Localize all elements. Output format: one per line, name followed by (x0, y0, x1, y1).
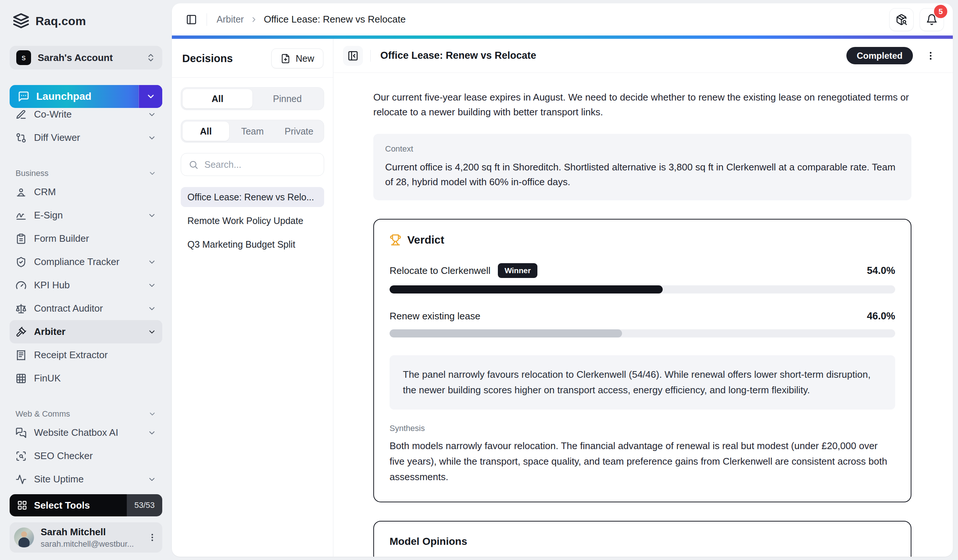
avatar (14, 527, 34, 547)
layout-grid-icon (17, 500, 27, 511)
file-plus-icon (281, 54, 290, 63)
decisions-panel: Decisions New All Pinned All Team Privat… (172, 39, 333, 557)
gavel-icon (16, 327, 27, 338)
sidebar-item-compliance-tracker[interactable]: Compliance Tracker (10, 250, 162, 273)
decision-list: Office Lease: Renew vs Relo... Remote Wo… (181, 187, 324, 254)
sidebar: Raq.com s Sarah's Account Launchpad Co-W… (0, 0, 172, 560)
sidebar-item-co-write[interactable]: Co-Write (10, 110, 162, 126)
sidebar-item-form-builder[interactable]: Form Builder (10, 227, 162, 250)
breadcrumb-current: Office Lease: Renew vs Relocate (264, 14, 406, 25)
kebab-icon (148, 533, 157, 542)
tab-scope-all[interactable]: All (182, 122, 229, 141)
tab-scope-team[interactable]: Team (229, 122, 276, 141)
launchpad-main[interactable]: Launchpad (10, 85, 139, 108)
breadcrumb-parent[interactable]: Arbiter (217, 14, 244, 25)
signature-icon (16, 210, 27, 221)
sidebar-item-label: Diff Viewer (34, 132, 80, 143)
divider (206, 13, 207, 26)
tab-pinned[interactable]: Pinned (252, 89, 322, 108)
select-tools-button[interactable]: Select Tools 53/53 (10, 494, 162, 516)
sidebar-item-website-chatbox-ai[interactable]: Website Chatbox AI (10, 421, 162, 444)
tab-all[interactable]: All (182, 89, 252, 108)
verdict-card: Verdict Relocate to Clerkenwell Winner 5… (373, 219, 912, 502)
chevron-down-icon (148, 304, 156, 313)
sidebar-item-e-sign[interactable]: E-Sign (10, 204, 162, 227)
verdict-option-winner: Relocate to Clerkenwell Winner 54.0% (390, 263, 895, 293)
panel-left-icon (186, 14, 197, 25)
sidebar-item-label: Co-Write (34, 110, 72, 120)
activity-icon (16, 474, 27, 485)
sidebar-item-diff-viewer[interactable]: Diff Viewer (10, 126, 162, 149)
topbar-actions: 5 (889, 8, 944, 31)
user-menu-button[interactable] (148, 533, 157, 542)
sidebar-item-finuk[interactable]: FinUK (10, 366, 162, 390)
workspace: Decisions New All Pinned All Team Privat… (172, 39, 953, 557)
main-canvas: Arbiter Office Lease: Renew vs Relocate … (172, 3, 953, 557)
context-label: Context (385, 144, 899, 154)
scales-icon (16, 303, 27, 314)
search-input[interactable] (205, 159, 316, 170)
decision-list-item[interactable]: Office Lease: Renew vs Relo... (181, 187, 324, 207)
sidebar-item-seo-checker[interactable]: SEO Checker (10, 444, 162, 468)
decision-list-item[interactable]: Remote Work Policy Update (181, 211, 324, 231)
search-box[interactable] (181, 153, 324, 176)
gauge-icon (16, 280, 27, 291)
chevron-down-icon (148, 410, 156, 418)
sidebar-section-web-comms[interactable]: Web & Comms (10, 407, 162, 421)
sidebar-item-label: Contract Auditor (34, 303, 103, 314)
launchpad-label: Launchpad (36, 90, 91, 102)
collapse-panel-button[interactable] (343, 46, 363, 66)
sidebar-item-kpi-hub[interactable]: KPI Hub (10, 273, 162, 297)
chevron-down-icon (148, 475, 156, 484)
shield-check-icon (16, 257, 27, 268)
brand-logo-icon (13, 13, 30, 30)
sidebar-toggle-button[interactable] (183, 11, 200, 28)
decision-detail-body[interactable]: Our current five-year lease expires in A… (333, 73, 953, 557)
sidebar-item-contract-auditor[interactable]: Contract Auditor (10, 297, 162, 320)
winner-badge: Winner (498, 263, 538, 278)
launchpad-button[interactable]: Launchpad (10, 85, 162, 108)
sidebar-item-label: Form Builder (34, 233, 89, 244)
status-badge: Completed (846, 47, 913, 64)
trophy-icon (390, 234, 401, 246)
sidebar-item-site-uptime[interactable]: Site Uptime (10, 468, 162, 491)
synthesis-label: Synthesis (390, 424, 895, 433)
new-decision-button[interactable]: New (271, 48, 324, 68)
synthesis-section: Synthesis Both models narrowly favour re… (390, 424, 895, 485)
chevron-down-icon (148, 281, 156, 290)
chevron-down-icon (148, 327, 156, 336)
sidebar-item-label: Arbiter (34, 326, 65, 338)
model-opinions-title: Model Opinions (390, 536, 895, 547)
synthesis-text: Both models narrowly favour relocation. … (390, 438, 895, 485)
account-switcher[interactable]: s Sarah's Account (10, 46, 162, 70)
tab-scope-private[interactable]: Private (276, 122, 322, 141)
chevron-down-icon (146, 92, 155, 101)
chevron-down-icon (148, 169, 156, 178)
sidebar-item-receipt-extractor[interactable]: Receipt Extractor (10, 343, 162, 366)
notification-count-badge: 5 (934, 5, 947, 18)
divider (172, 77, 333, 78)
clipboard-icon (16, 233, 27, 244)
kebab-icon (925, 51, 936, 61)
notifications-button[interactable]: 5 (920, 8, 944, 31)
launchpad-expand-button[interactable] (139, 85, 162, 108)
decisions-title: Decisions (182, 52, 233, 65)
chevrons-up-down-icon (146, 53, 155, 62)
sidebar-item-crm[interactable]: CRM (10, 180, 162, 204)
progress-bar-fill (390, 286, 663, 293)
option-percentage: 46.0% (867, 311, 895, 322)
decision-list-item[interactable]: Q3 Marketing Budget Split (181, 234, 324, 254)
package-search-button[interactable] (889, 8, 914, 31)
scope-tabs: All Team Private (181, 120, 324, 143)
detail-menu-button[interactable] (923, 48, 938, 63)
sidebar-item-arbiter[interactable]: Arbiter (10, 320, 162, 343)
sidebar-item-label: SEO Checker (34, 450, 93, 462)
select-tools-main[interactable]: Select Tools (10, 494, 127, 516)
option-label: Relocate to Clerkenwell (390, 265, 490, 276)
sidebar-section-business[interactable]: Business (10, 167, 162, 180)
scan-search-icon (16, 451, 27, 462)
section-label: Web & Comms (16, 409, 70, 419)
model-opinions-card: Model Opinions Google: Gemini 3.1 Pro Pr… (373, 521, 912, 557)
chevron-down-icon (148, 211, 156, 220)
user-card[interactable]: Sarah Mitchell sarah.mitchell@westbur... (10, 522, 162, 553)
